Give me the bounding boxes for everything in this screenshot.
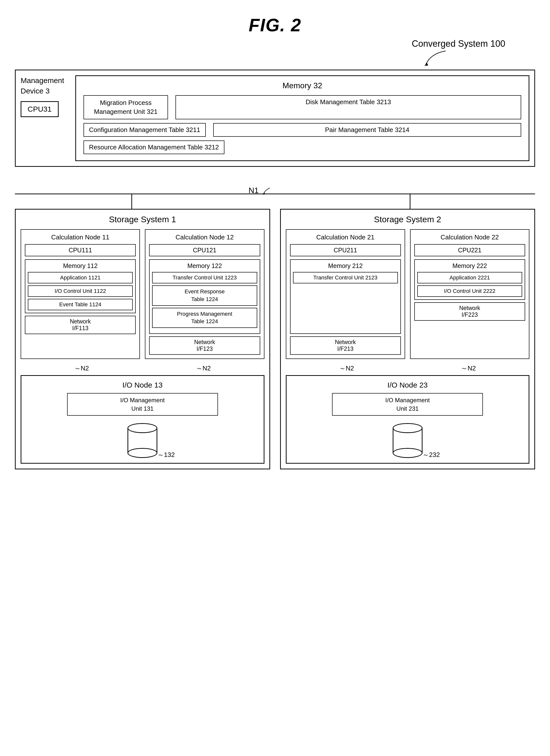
- cpu121-box: CPU121: [149, 244, 260, 256]
- disk-132: [127, 423, 157, 458]
- transfer-control-2123-box: Transfer Control Unit 2123: [293, 272, 398, 283]
- converged-arrow: [421, 48, 451, 68]
- memory-212: Memory 212 Transfer Control Unit 2123: [290, 259, 401, 334]
- transfer-control-1223-box: Transfer Control Unit 1223: [152, 272, 257, 283]
- memory-222: Memory 222 Application 2221 I/O Control …: [414, 259, 525, 300]
- cpu221-box: CPU221: [414, 244, 525, 256]
- io-node-13: I/O Node 13 I/O ManagementUnit 131 ～132: [21, 375, 264, 464]
- application-1121-box: Application 1121: [28, 272, 133, 283]
- network-if-113-box: NetworkI/F113: [25, 316, 136, 334]
- cpu111-box: CPU111: [25, 244, 136, 256]
- application-2221-box: Application 2221: [417, 272, 522, 283]
- n2-row-1: ～N2 ～N2: [21, 363, 264, 374]
- io-node-13-title: I/O Node 13: [26, 381, 259, 389]
- resource-allocation-box: Resource Allocation Management Table 321…: [84, 140, 224, 154]
- n2-label-2a: ～N2: [339, 364, 354, 373]
- storage-system-2-title: Storage System 2: [286, 215, 530, 224]
- network-if-123-box: NetworkI/F123: [149, 336, 260, 355]
- network-if-223-box: NetworkI/F223: [414, 302, 525, 321]
- event-response-1224-box: Event ResponseTable 1224: [152, 285, 257, 306]
- progress-mgmt-1224-box: Progress ManagementTable 1224: [152, 308, 257, 328]
- storage-systems-area: Storage System 1 Calculation Node 11 CPU…: [15, 209, 535, 469]
- event-table-1124-box: Event Table 1124: [28, 299, 133, 310]
- n1-label: N1: [249, 186, 272, 195]
- memory-112: Memory 112 Application 1121 I/O Control …: [25, 259, 136, 313]
- calc-node-21: Calculation Node 21 CPU211 Memory 212 Tr…: [286, 229, 405, 359]
- storage-system-1: Storage System 1 Calculation Node 11 CPU…: [15, 209, 270, 469]
- calc-node-21-title: Calculation Node 21: [290, 233, 401, 241]
- mgmt-device-label: ManagementDevice 3: [21, 75, 68, 96]
- io-control-1122-box: I/O Control Unit 1122: [28, 285, 133, 297]
- management-device-box: ManagementDevice 3 CPU31 Memory 32 Migra…: [15, 70, 535, 167]
- io-mgmt-231-box: I/O ManagementUnit 231: [332, 393, 483, 416]
- n2-label-1a: ～N2: [74, 364, 89, 373]
- cpu31-box: CPU31: [21, 101, 59, 117]
- cpu211-box: CPU211: [290, 244, 401, 256]
- n2-label-1b: ～N2: [196, 364, 211, 373]
- memory32-title: Memory 32: [84, 81, 521, 90]
- calc-node-12-title: Calculation Node 12: [149, 233, 260, 241]
- memory-222-title: Memory 222: [417, 262, 522, 269]
- migration-process-box: Migration ProcessManagement Unit 321: [84, 95, 168, 119]
- n2-label-2b: ～N2: [461, 364, 476, 373]
- storage-system-1-title: Storage System 1: [21, 215, 264, 224]
- config-management-box: Configuration Management Table 3211: [84, 123, 206, 137]
- pair-management-box: Pair Management Table 3214: [213, 123, 521, 137]
- memory-212-title: Memory 212: [293, 262, 398, 269]
- memory32-box: Memory 32 Migration ProcessManagement Un…: [75, 75, 529, 161]
- disk-232-label: ～232: [423, 450, 440, 459]
- memory-112-title: Memory 112: [28, 262, 133, 269]
- disk-232: [393, 423, 423, 458]
- io-node-23-title: I/O Node 23: [292, 381, 524, 389]
- calc-node-11: Calculation Node 11 CPU111 Memory 112 Ap…: [21, 229, 140, 359]
- calc-node-12: Calculation Node 12 CPU121 Memory 122 Tr…: [145, 229, 264, 359]
- io-node-23: I/O Node 23 I/O ManagementUnit 231 ～232: [286, 375, 530, 464]
- disk-management-box: Disk Management Table 3213: [175, 95, 521, 119]
- mgmt-device-left: ManagementDevice 3 CPU31: [21, 75, 68, 117]
- memory-122-title: Memory 122: [152, 262, 257, 269]
- calc-node-22-title: Calculation Node 22: [414, 233, 525, 241]
- memory-122: Memory 122 Transfer Control Unit 1223 Ev…: [149, 259, 260, 334]
- io-control-2222-box: I/O Control Unit 2222: [417, 285, 522, 297]
- network-if-213-box: NetworkI/F213: [290, 336, 401, 355]
- converged-system-label: Converged System 100: [412, 39, 505, 49]
- calc-node-11-title: Calculation Node 11: [25, 233, 136, 241]
- calc-node-22: Calculation Node 22 CPU221 Memory 222 Ap…: [410, 229, 529, 359]
- io-mgmt-131-box: I/O ManagementUnit 131: [67, 393, 218, 416]
- n2-row-2: ～N2 ～N2: [286, 363, 530, 374]
- n1-network-lines: [0, 179, 550, 209]
- storage-system-2: Storage System 2 Calculation Node 21 CPU…: [280, 209, 535, 469]
- disk-132-label: ～132: [158, 450, 175, 459]
